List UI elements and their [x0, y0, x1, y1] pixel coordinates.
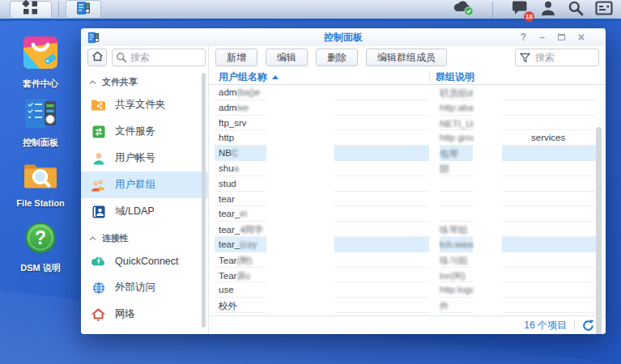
delete-button[interactable]: 删除 [316, 49, 358, 66]
sidebar-item-user-account[interactable]: 用户帐号 [81, 145, 208, 171]
edit-button[interactable]: 编辑 [266, 49, 308, 66]
search-icon [568, 0, 584, 19]
row-segment [334, 146, 429, 161]
network-icon [91, 307, 106, 322]
row-segment [502, 222, 596, 237]
row-segment [334, 176, 429, 192]
table-row[interactable]: NBC包琴 [209, 146, 606, 161]
refresh-button[interactable] [582, 320, 594, 332]
sidebar-item-label: 共享文件夹 [115, 98, 166, 112]
row-segment [334, 237, 429, 252]
sidebar-item-domain-ldap[interactable]: 域/LDAP [81, 198, 208, 225]
desktop-icon-control-panel[interactable]: 控制面板 [8, 98, 73, 149]
table-row[interactable]: tear_(czytch.wasu [209, 237, 606, 252]
group-description-cell: http:abayu [440, 103, 474, 112]
search-button[interactable] [568, 0, 584, 19]
group-name-cell: ftp_srv [219, 118, 247, 128]
sidebar-nav: 文件共享共享文件夹文件服务用户帐号用户群组域/LDAP连接性QuickConne… [81, 69, 208, 334]
table-row[interactable]: tear [209, 192, 606, 207]
cloud-sync-icon [453, 0, 474, 19]
table-row[interactable]: Tear(附)练习组 [209, 252, 606, 268]
table-row[interactable]: stud [209, 176, 606, 192]
create-button[interactable]: 新增 [215, 49, 257, 66]
column-header-group-description[interactable]: 群组说明 [436, 70, 474, 84]
row-segment [502, 192, 596, 207]
table-row[interactable]: adm(bxj)e职员组d [209, 85, 606, 100]
row-segment [334, 282, 429, 298]
group-description-cell: NETI_U组 [440, 118, 474, 130]
sidebar-item-user-group[interactable]: 用户群组 [81, 171, 208, 198]
table-row[interactable]: usehttp:logc [209, 282, 606, 298]
row-segment [502, 116, 596, 131]
sidebar-item-file-services[interactable]: 文件服务 [81, 118, 208, 145]
sidebar-item-label: 外部访问 [115, 281, 155, 294]
table-row[interactable]: tear_iri [209, 206, 606, 222]
table-row[interactable]: ftp_srvNETI_U组 [209, 116, 606, 131]
sidebar-item-external-access[interactable]: 外部访问 [81, 274, 208, 301]
help-icon[interactable]: ? [521, 32, 526, 42]
group-description-cell: 练琴组 [440, 224, 468, 236]
group-description-cell: http group int [440, 133, 474, 142]
sidebar-item-label: QuickConnect [115, 256, 179, 267]
table-row[interactable]: tear_4同学练琴组 [209, 222, 606, 237]
desktop-icon-package-center[interactable]: 套件中心 [8, 36, 73, 90]
group-name-cell: 校外 [219, 300, 237, 312]
sidebar-item-quickconnect[interactable]: QuickConnect [81, 248, 208, 274]
home-icon [91, 50, 104, 65]
taskbar-separator [492, 2, 493, 18]
desktop-icon-label: File Station [16, 198, 64, 208]
row-segment [334, 268, 429, 283]
group-description-cell: http:logc [440, 285, 474, 294]
pilot-view-button[interactable] [595, 1, 613, 19]
row-segment [502, 176, 596, 192]
home-button[interactable] [87, 49, 107, 66]
collapse-chevron-icon [89, 233, 96, 243]
desktop-icon-file-station[interactable]: File Station [8, 159, 73, 208]
edit-group-members-button[interactable]: 编辑群组成员 [366, 49, 447, 66]
row-segment [334, 85, 429, 100]
table-row[interactable]: shua阴 [209, 161, 606, 176]
sidebar-search-input[interactable] [112, 49, 206, 66]
quickconnect-icon [91, 253, 106, 269]
taskbar-control-panel-app-button[interactable] [66, 0, 101, 19]
notifications-button[interactable]: 18 [511, 0, 529, 19]
user-menu-button[interactable] [540, 0, 556, 19]
group-name-cell: tear [219, 194, 235, 204]
row-segment [334, 298, 429, 313]
group-description-cell: 练习组 [440, 255, 468, 267]
row-segment [502, 268, 596, 283]
close-icon[interactable]: × [578, 32, 585, 43]
minimize-icon[interactable]: – [539, 32, 545, 42]
table-row[interactable]: 校外外 [209, 298, 606, 313]
window-titlebar[interactable]: 控制面板 ? – × [81, 28, 606, 46]
row-segment [334, 192, 429, 207]
sidebar-item-dhcp-server[interactable]: DHCP Server [81, 328, 208, 334]
column-header-group-name[interactable]: 用户组名称 [219, 70, 279, 84]
table-filter-input[interactable] [515, 49, 599, 66]
sidebar-item-shared-folder[interactable]: 共享文件夹 [81, 91, 208, 118]
desktop-icon-dsm-help[interactable]: ? DSM 说明 [8, 222, 73, 274]
pilot-view-icon [595, 1, 613, 19]
main-menu-button[interactable] [10, 1, 52, 19]
table-row[interactable]: httphttp group intservices [209, 130, 606, 146]
table-row[interactable]: admixehttp:abayu [209, 100, 606, 116]
row-segment [502, 100, 596, 116]
table-row[interactable]: Tear原clor(闲) [209, 268, 606, 283]
group-description-cell: tch.wasu [440, 239, 474, 249]
group-description-cell: 阴 [440, 163, 449, 176]
cloud-sync-status-button[interactable] [453, 0, 474, 19]
table-scrollbar[interactable] [596, 127, 602, 334]
file-services-icon [91, 124, 106, 139]
sidebar-section-header[interactable]: 连接性 [81, 228, 208, 248]
maximize-icon[interactable] [558, 34, 565, 40]
user-group-icon [91, 177, 106, 193]
sidebar-section-header[interactable]: 文件共享 [81, 72, 208, 91]
group-name-cell: Tear原c [219, 270, 251, 282]
control-panel-window: 控制面板 ? – × 新增 编辑 删除 编辑群组成员 [81, 28, 606, 334]
sidebar-item-network[interactable]: 网络 [81, 301, 208, 328]
sidebar-item-label: 用户群组 [115, 178, 155, 192]
table-footer: 16 个项目 [209, 315, 606, 334]
sidebar-scrollbar[interactable] [202, 73, 206, 328]
taskbar-separator [58, 2, 59, 18]
group-name-cell: NBC [219, 148, 238, 158]
